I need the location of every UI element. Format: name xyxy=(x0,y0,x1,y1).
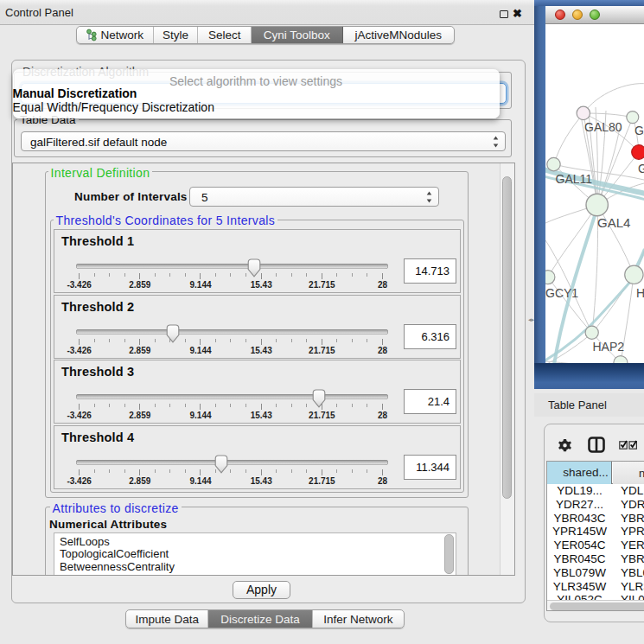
svg-text:GAL4: GAL4 xyxy=(597,215,630,230)
svg-text:GAL11: GAL11 xyxy=(556,172,593,186)
svg-text:GCY1: GCY1 xyxy=(545,286,578,300)
svg-text:GA: GA xyxy=(634,124,644,137)
svg-text:GAL80: GAL80 xyxy=(584,120,622,134)
svg-text:HAP2: HAP2 xyxy=(593,340,625,354)
svg-text:G: G xyxy=(638,162,644,175)
svg-text:H: H xyxy=(636,286,644,300)
